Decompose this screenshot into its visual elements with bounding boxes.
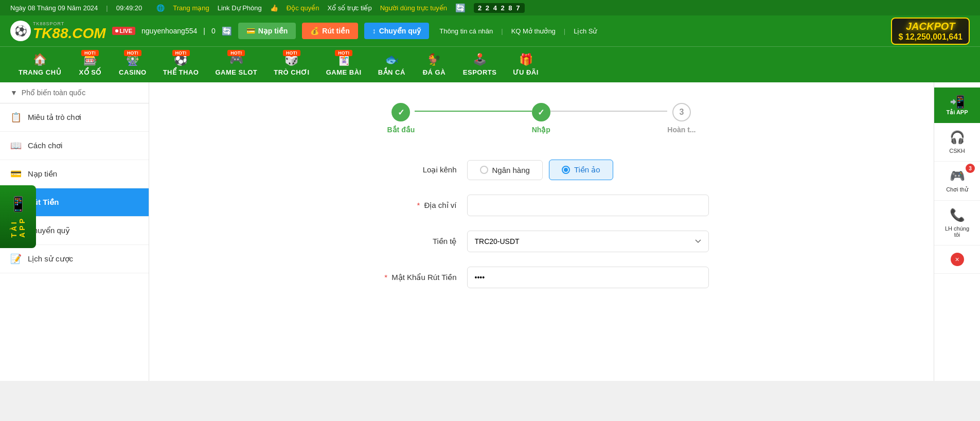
form-row-mat-khau: * Mật Khẩu Rút Tiền	[375, 267, 709, 288]
xo-so-tt[interactable]: Xổ số trực tiếp	[327, 4, 371, 12]
lich-su-link[interactable]: Lịch Sử	[574, 27, 597, 35]
headset-icon: 🎧	[950, 130, 965, 145]
globe-icon: 🌐	[156, 4, 165, 12]
step-label-3: Hoàn t...	[667, 126, 696, 134]
tai-app-label: TÀIAPP	[10, 217, 26, 238]
header: ⚽ TK88SPORT TK88.COM LIVE nguyenhoang554…	[0, 15, 980, 46]
chuyen-quy-label: Chuyển quỹ	[379, 27, 421, 35]
radio-tien-ao[interactable]: Tiền ảo	[549, 160, 613, 180]
step-line-1	[415, 111, 531, 112]
required-star-2: *	[384, 273, 387, 282]
nav-label-esports: ESPORTS	[463, 68, 497, 76]
chuyen-quy-button[interactable]: ↕️ Chuyển quỹ	[364, 23, 430, 39]
nav-item-trang-chu[interactable]: 🏠 TRANG CHỦ	[10, 49, 69, 80]
ngan-hang-label: Ngân hàng	[492, 166, 530, 174]
progress-steps: ✓ Bắt đầu ✓ Nhập 3 Hoàn t...	[387, 103, 696, 134]
hot-badge-the-thao: HOT!	[172, 50, 190, 56]
nav-item-game-bai[interactable]: HOT! 🃏 GAME BÀI	[318, 49, 370, 80]
balance-refresh-button[interactable]: 🔄	[222, 26, 232, 36]
header-links: Thông tin cá nhân | KQ Mở thưởng | Lịch …	[439, 27, 597, 35]
hot-badge-game-bai: HOT!	[335, 50, 352, 56]
main-wrapper: 📱 TÀIAPP ▼ Phổ biến toàn quốc 📋 Miêu tả …	[0, 82, 980, 381]
transfer-icon: ↕️	[372, 27, 376, 35]
guide-icon: 📖	[10, 140, 22, 151]
nav-item-xo-so[interactable]: HOT! 🎰 XỔ SỐ	[69, 49, 111, 80]
nav-item-esports[interactable]: 🕹️ ESPORTS	[455, 49, 505, 80]
nav-item-game-slot[interactable]: HOT! 🎮 GAME SLOT	[207, 49, 265, 80]
refresh-icon[interactable]: 🔄	[455, 3, 466, 13]
hot-badge-game-slot: HOT!	[227, 50, 245, 56]
sidebar-item-cach-choi[interactable]: 📖 Cách chơi	[0, 132, 149, 160]
hot-badge-xo-so: HOT!	[81, 50, 99, 56]
sidebar-label-nap-tien: Nạp tiền	[28, 169, 57, 179]
tai-app-right-button[interactable]: 📲 Tải APP	[934, 87, 980, 123]
close-panel-button[interactable]: ×	[934, 245, 980, 274]
sidebar-item-lich-su[interactable]: 📝 Lịch sử cược	[0, 245, 149, 273]
lh-label: LH chúng tôi	[945, 225, 969, 238]
time-display: 09:49:20	[116, 4, 142, 12]
mat-khau-label: * Mật Khẩu Rút Tiền	[375, 273, 457, 282]
balance-display: 0	[211, 27, 216, 35]
hot-badge-casino: HOT!	[124, 50, 141, 56]
sidebar-label-lich-su: Lịch sử cược	[28, 254, 73, 264]
dia-chi-vi-input[interactable]	[467, 195, 709, 216]
form-section: Loại kênh Ngân hàng Tiền ảo * Địa chỉ	[375, 160, 709, 288]
form-row-dia-chi-vi: * Địa chỉ ví	[375, 195, 709, 216]
nav-item-uu-dai[interactable]: 🎁 ƯU ĐÃI	[505, 49, 546, 80]
mat-khau-input[interactable]	[467, 267, 709, 288]
nav-label-xo-so: XỔ SỐ	[79, 68, 101, 76]
choi-thu-button[interactable]: 3 🎮 Chơi thử	[934, 162, 980, 201]
tai-app-side-panel[interactable]: 📱 TÀIAPP	[0, 185, 36, 248]
sidebar-label-mieu-ta: Miêu tả trò chơi	[28, 113, 81, 122]
tien-te-select[interactable]: TRC20-USDT	[467, 231, 709, 252]
doc-quyen[interactable]: Độc quyền	[287, 4, 319, 12]
sidebar-item-mieu-ta[interactable]: 📋 Miêu tả trò chơi	[0, 103, 149, 132]
step-label-1: Bắt đầu	[387, 126, 415, 134]
radio-ngan-hang[interactable]: Ngân hàng	[467, 160, 543, 180]
separator: |	[106, 4, 108, 12]
trang-mang-link[interactable]: Trang mạng	[173, 4, 209, 12]
jackpot-amount: $ 12,250,001,641	[898, 32, 963, 42]
step-nhap: ✓ Nhập	[532, 103, 550, 134]
sidebar-popular[interactable]: ▼ Phổ biến toàn quốc	[0, 82, 149, 103]
lh-chung-toi-button[interactable]: 📞 LH chúng tôi	[934, 201, 980, 245]
wallet-icon: 💰	[310, 27, 319, 35]
close-button[interactable]: ×	[951, 253, 964, 266]
nguoi-dung-label: Người dùng trực tuyến	[380, 4, 447, 12]
nav-bar: 🏠 TRANG CHỦ HOT! 🎰 XỔ SỐ HOT! 🎡 CASINO H…	[0, 46, 980, 82]
cskh-button[interactable]: 🎧 CSKH	[934, 123, 980, 162]
card-icon: 💳	[246, 27, 255, 35]
deposit-icon: 💳	[10, 168, 22, 180]
nav-item-da-ga[interactable]: 🐓 ĐÁ GÀ	[414, 49, 455, 80]
radio-dot-tien-ao	[562, 166, 570, 174]
nav-item-tro-choi[interactable]: HOT! 🎲 TRÒ CHƠI	[265, 49, 317, 80]
dia-chi-vi-text: Địa chỉ ví	[424, 201, 456, 209]
rut-tien-button[interactable]: 💰 Rút tiền	[302, 23, 358, 39]
sidebar-item-nap-tien[interactable]: 💳 Nạp tiền	[0, 160, 149, 188]
nav-item-casino[interactable]: HOT! 🎡 CASINO	[111, 49, 155, 80]
link-du-phong[interactable]: Link Dự Phòng	[218, 4, 262, 12]
nav-item-the-thao[interactable]: HOT! ⚽ THỂ THAO	[155, 49, 207, 80]
top-bar: Ngày 08 Tháng 09 Năm 2024 | 09:49:20 🌐 T…	[0, 0, 980, 15]
rut-tien-label: Rút tiền	[322, 27, 349, 35]
nav-label-casino: CASINO	[119, 68, 147, 76]
logo[interactable]: ⚽ TK88SPORT TK88.COM	[10, 21, 106, 41]
nav-item-ban-ca[interactable]: 🐟 BẮN CÁ	[370, 49, 414, 80]
right-panel: 📲 Tải APP 🎧 CSKH 3 🎮 Chơi thử 📞 LH chúng…	[934, 82, 980, 381]
nap-tien-button[interactable]: 💳 Nạp tiền	[238, 23, 296, 39]
tien-te-label: Tiền tệ	[375, 237, 457, 246]
nap-tien-label: Nạp tiền	[258, 27, 288, 35]
nav-label-da-ga: ĐÁ GÀ	[423, 68, 446, 76]
kq-mo-thuong-link[interactable]: KQ Mở thưởng	[511, 27, 556, 35]
download-icon: 📲	[938, 95, 976, 109]
phone-call-icon: 📞	[950, 208, 965, 222]
thong-tin-link[interactable]: Thông tin cá nhân	[439, 27, 493, 35]
nav-label-game-slot: GAME SLOT	[215, 68, 257, 76]
badge-count: 3	[966, 164, 975, 173]
nav-label-the-thao: THỂ THAO	[163, 68, 199, 76]
live-badge: LIVE	[112, 27, 135, 35]
balance-separator: |	[203, 27, 205, 35]
phone-icon: 📱	[9, 196, 27, 213]
sidebar: 📱 TÀIAPP ▼ Phổ biến toàn quốc 📋 Miêu tả …	[0, 82, 149, 381]
hot-badge-tro-choi: HOT!	[283, 50, 300, 56]
